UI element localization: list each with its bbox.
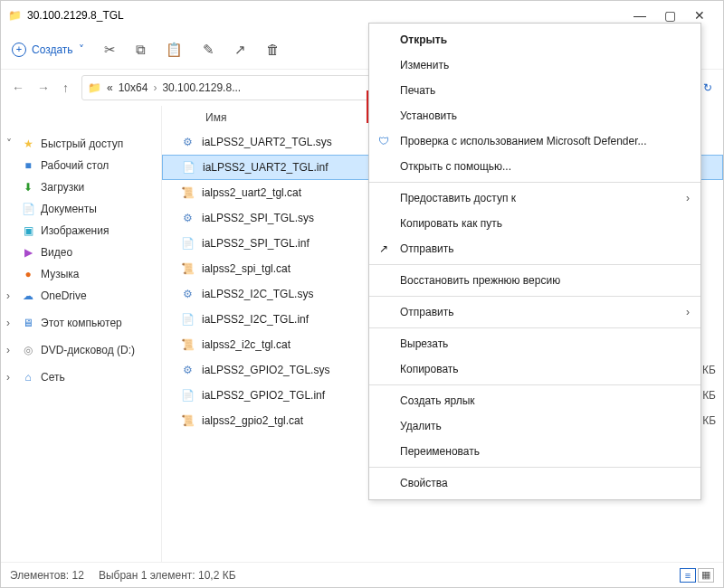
sidebar-label: Загрузки bbox=[41, 181, 84, 194]
share-icon[interactable]: ↗ bbox=[234, 42, 246, 58]
context-item-label: Открыть с помощью... bbox=[400, 160, 511, 173]
context-item[interactable]: Создать ярлык bbox=[369, 388, 700, 413]
back-button[interactable]: ← bbox=[12, 81, 24, 95]
cut-icon[interactable]: ✂ bbox=[104, 42, 116, 58]
cat-file-icon: 📜 bbox=[180, 338, 195, 351]
context-item-label: Предоставить доступ к bbox=[400, 192, 516, 204]
sidebar-icon: ⌂ bbox=[21, 371, 35, 384]
cat-file-icon: 📜 bbox=[180, 186, 195, 199]
sidebar-icon: ⬇ bbox=[21, 181, 35, 194]
context-menu: ОткрытьИзменитьПечатьУстановить🛡Проверка… bbox=[368, 23, 701, 500]
context-item-label: Удалить bbox=[400, 420, 442, 432]
context-item-label: Свойства bbox=[400, 477, 448, 489]
paste-icon[interactable]: 📋 bbox=[166, 42, 183, 58]
context-item[interactable]: Копировать как путь bbox=[369, 211, 700, 236]
column-name[interactable]: Имя bbox=[205, 111, 226, 124]
context-item[interactable]: Изменить bbox=[369, 52, 700, 78]
maximize-button[interactable]: ▢ bbox=[664, 8, 676, 23]
inf-file-icon: 📄 bbox=[180, 389, 195, 402]
submenu-arrow-icon: › bbox=[686, 306, 690, 318]
status-selection: Выбран 1 элемент: 10,2 КБ bbox=[99, 569, 236, 582]
context-item[interactable]: 🛡Проверка с использованием Microsoft Def… bbox=[369, 128, 700, 154]
view-list-button[interactable]: ≡ bbox=[680, 568, 696, 583]
sidebar-label: DVD-дисковод (D:) bbox=[41, 344, 135, 356]
breadcrumb-part[interactable]: 30.100.2129.8... bbox=[162, 81, 241, 94]
context-item[interactable]: Вырезать bbox=[369, 331, 700, 356]
sidebar-item[interactable]: ›⌂Сеть bbox=[1, 366, 161, 388]
sidebar-label: Сеть bbox=[41, 371, 65, 384]
context-item[interactable]: Предоставить доступ к› bbox=[369, 185, 700, 211]
refresh-button[interactable]: ↻ bbox=[703, 81, 712, 94]
view-buttons: ≡ ▦ bbox=[680, 568, 714, 583]
status-count: Элементов: 12 bbox=[10, 569, 84, 582]
chevron-down-icon: ˅ bbox=[79, 43, 84, 56]
context-item[interactable]: Открыть bbox=[369, 27, 700, 52]
sidebar-item[interactable]: ■Рабочий стол bbox=[1, 155, 161, 176]
sidebar-item[interactable]: ˅★Быстрый доступ bbox=[1, 133, 161, 155]
context-item[interactable]: Печать bbox=[369, 78, 700, 103]
sidebar-icon: 🖥 bbox=[21, 317, 35, 329]
context-item-label: Копировать bbox=[400, 363, 459, 375]
context-item[interactable]: Копировать bbox=[369, 356, 700, 382]
sidebar-item[interactable]: ›🖥Этот компьютер bbox=[1, 312, 161, 334]
context-item-label: Переименовать bbox=[400, 445, 480, 458]
sidebar-icon: ▶ bbox=[21, 246, 35, 259]
sidebar-label: Документы bbox=[41, 203, 97, 215]
context-item-label: Создать ярлык bbox=[400, 394, 475, 407]
context-item[interactable]: Свойства bbox=[369, 470, 700, 496]
context-item-label: Копировать как путь bbox=[400, 217, 502, 230]
create-button[interactable]: + Создать ˅ bbox=[12, 43, 84, 57]
cat-file-icon: 📜 bbox=[180, 414, 195, 427]
context-item-label: Установить bbox=[400, 109, 457, 122]
context-item-label: Изменить bbox=[400, 59, 449, 71]
chevron-icon: › bbox=[6, 317, 15, 329]
context-item-icon: ↗ bbox=[376, 242, 391, 255]
sidebar-item[interactable]: ●Музыка bbox=[1, 263, 161, 285]
rename-icon[interactable]: ✎ bbox=[203, 42, 214, 58]
sidebar-icon: ● bbox=[21, 268, 35, 280]
context-item[interactable]: Переименовать bbox=[369, 439, 700, 464]
sidebar-icon: ★ bbox=[21, 138, 35, 150]
context-item-label: Проверка с использованием Microsoft Defe… bbox=[400, 135, 647, 147]
inf-file-icon: 📄 bbox=[180, 237, 195, 250]
window-controls: — ▢ ✕ bbox=[623, 8, 716, 23]
close-button[interactable]: ✕ bbox=[694, 8, 705, 23]
sidebar-icon: 📄 bbox=[21, 203, 35, 215]
forward-button[interactable]: → bbox=[37, 81, 50, 95]
sidebar-item[interactable]: ›◎DVD-дисковод (D:) bbox=[1, 339, 161, 361]
cat-file-icon: 📜 bbox=[180, 262, 195, 275]
sidebar-icon: ◎ bbox=[21, 344, 35, 356]
breadcrumb-prefix: « bbox=[107, 81, 113, 94]
sidebar-item[interactable]: ›☁OneDrive bbox=[1, 285, 161, 307]
statusbar: Элементов: 12 Выбран 1 элемент: 10,2 КБ … bbox=[1, 562, 723, 587]
inf-file-icon: 📄 bbox=[180, 313, 195, 326]
sidebar-item[interactable]: ⬇Загрузки bbox=[1, 176, 161, 198]
copy-icon[interactable]: ⧉ bbox=[136, 42, 146, 58]
context-item[interactable]: Восстановить прежнюю версию bbox=[369, 268, 700, 293]
sys-file-icon: ⚙ bbox=[180, 212, 195, 224]
context-item-label: Печать bbox=[400, 84, 435, 97]
delete-icon[interactable]: 🗑 bbox=[266, 42, 280, 57]
sidebar-item[interactable]: ▶Видео bbox=[1, 242, 161, 263]
context-item[interactable]: Открыть с помощью... bbox=[369, 154, 700, 179]
sidebar-label: Быстрый доступ bbox=[41, 138, 123, 150]
chevron-right-icon: › bbox=[153, 81, 157, 94]
context-item[interactable]: Удалить bbox=[369, 413, 700, 439]
breadcrumb-part[interactable]: 10x64 bbox=[119, 81, 148, 94]
context-item[interactable]: Отправить› bbox=[369, 299, 700, 325]
sidebar-item[interactable]: ▣Изображения bbox=[1, 220, 161, 242]
context-item-label: Вырезать bbox=[400, 337, 448, 350]
sidebar-label: Музыка bbox=[41, 268, 79, 280]
context-item-label: Отправить bbox=[400, 306, 454, 318]
sidebar-label: OneDrive bbox=[41, 289, 87, 302]
up-button[interactable]: ↑ bbox=[62, 81, 69, 95]
chevron-icon: › bbox=[6, 371, 15, 384]
context-item[interactable]: Установить bbox=[369, 103, 700, 128]
context-item[interactable]: ↗Отправить bbox=[369, 236, 700, 261]
minimize-button[interactable]: — bbox=[634, 8, 646, 23]
view-grid-button[interactable]: ▦ bbox=[698, 568, 714, 583]
sidebar-label: Видео bbox=[41, 246, 72, 259]
sidebar-label: Изображения bbox=[41, 224, 109, 237]
sidebar-item[interactable]: 📄Документы bbox=[1, 198, 161, 220]
sys-file-icon: ⚙ bbox=[180, 288, 195, 300]
